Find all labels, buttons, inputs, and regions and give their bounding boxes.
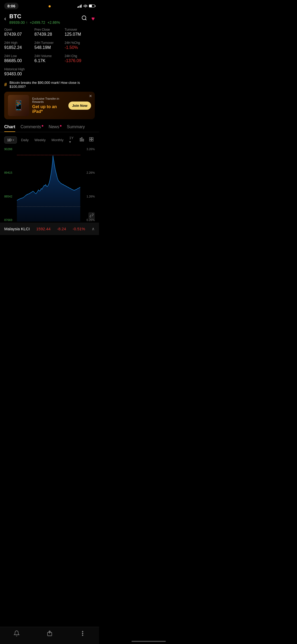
- coin-change-abs: +2499.72: [30, 20, 45, 25]
- ad-subtitle: Exclusive Transfer-in Rewards: [32, 97, 65, 103]
- search-icon[interactable]: [81, 15, 87, 22]
- status-icons: [77, 4, 95, 8]
- interval-dropdown[interactable]: 1D ▾: [4, 136, 17, 144]
- svg-rect-1: [80, 138, 81, 141]
- stats-row-1: Open 87439.07 Prev Close 87439.28 Turnov…: [4, 28, 95, 37]
- chart-area: 90288 89415 88542 87669 3.26% 2.26% 1.26…: [4, 148, 95, 222]
- svg-rect-4: [89, 137, 91, 139]
- time-btn-daily[interactable]: Daily: [20, 137, 30, 143]
- tab-summary[interactable]: Summary: [67, 122, 85, 132]
- ticker-change-abs: -8.24: [57, 227, 66, 231]
- y-label-4: 87669: [4, 218, 12, 222]
- y-pct-3: 1.26%: [87, 195, 95, 198]
- stat-24h-pct-chg-value: -1.50%: [65, 45, 93, 50]
- stat-24h-high: 24H High 91852.24: [4, 41, 34, 50]
- stat-24h-volume-label: 24H Volume: [34, 54, 62, 58]
- chart-svg-container[interactable]: [17, 148, 80, 222]
- chart-type-icon[interactable]: [78, 136, 85, 144]
- coin-symbol: BTC: [9, 13, 78, 20]
- wifi-icon: [83, 4, 87, 8]
- stats-row-2: 24H High 91852.24 24H Turnover 548.19M 2…: [4, 41, 95, 50]
- ad-title: Get up to an iPad*: [32, 104, 65, 114]
- status-dot: [49, 5, 51, 7]
- status-bar: 8:06: [0, 0, 99, 11]
- coin-price: 89939.00 ↑: [9, 20, 27, 25]
- time-btn-1y[interactable]: 1Y ▾: [68, 135, 76, 145]
- stat-historical-high: Historical High 93483.00: [4, 67, 95, 76]
- coin-info: BTC 89939.00 ↑ +2499.72 +2.86%: [9, 13, 78, 25]
- stat-prev-close: Prev Close 87439.28: [34, 28, 64, 37]
- stat-24h-volume-value: 6.17K: [34, 58, 62, 63]
- stat-24h-low-value: 86685.00: [4, 58, 32, 63]
- stat-24h-pct-chg-label: 24H %Chg: [65, 41, 93, 45]
- stat-open-value: 87439.07: [4, 32, 32, 37]
- coin-change-pct: +2.86%: [47, 20, 60, 25]
- signal-icon: [77, 4, 82, 8]
- stats-section: Open 87439.07 Prev Close 87439.28 Turnov…: [0, 28, 99, 76]
- ticker-expand-icon[interactable]: ∧: [92, 226, 95, 231]
- news-dot: [60, 125, 62, 127]
- stat-turnover-label: Turnover: [65, 28, 93, 31]
- stats-row-3: 24H Low 86685.00 24H Volume 6.17K 24H Ch…: [4, 54, 95, 63]
- stat-24h-high-label: 24H High: [4, 41, 32, 45]
- stat-24h-turnover: 24H Turnover 548.19M: [34, 41, 64, 50]
- price-chart-svg: [17, 148, 80, 222]
- svg-rect-3: [83, 139, 84, 141]
- stat-24h-chg-value: -1376.09: [65, 58, 93, 63]
- time-btn-monthly[interactable]: Monthly: [50, 137, 65, 143]
- ticker-name: Malaysia KLCI: [4, 227, 30, 231]
- chart-view-icon[interactable]: [88, 136, 95, 144]
- y-label-2: 89415: [4, 171, 12, 174]
- ad-content: Exclusive Transfer-in Rewards Get up to …: [32, 97, 65, 114]
- chart-controls: 1D ▾ Daily Weekly Monthly 1Y ▾: [0, 132, 99, 148]
- stat-24h-turnover-value: 548.19M: [34, 45, 62, 50]
- tab-chart[interactable]: Chart: [4, 122, 15, 132]
- y-label-3: 88542: [4, 195, 12, 198]
- svg-rect-7: [92, 140, 93, 141]
- time-display: 8:06: [4, 3, 18, 9]
- bottom-ticker[interactable]: Malaysia KLCI 1592.44 -8.24 -0.51% ∧: [0, 223, 99, 235]
- tab-news[interactable]: News: [49, 122, 62, 132]
- join-now-button[interactable]: Join Now: [68, 102, 91, 110]
- stat-prev-close-label: Prev Close: [34, 28, 62, 31]
- ad-banner: 📱 Exclusive Transfer-in Rewards Get up t…: [4, 92, 95, 119]
- stat-24h-pct-chg: 24H %Chg -1.50%: [65, 41, 95, 50]
- chart-dashed-line-top: [17, 155, 80, 155]
- stat-historical-high-label: Historical High: [4, 67, 93, 71]
- ad-close-button[interactable]: ✕: [89, 94, 92, 98]
- svg-rect-5: [92, 137, 93, 139]
- dropdown-arrow: ▾: [13, 139, 14, 141]
- stat-prev-close-value: 87439.28: [34, 32, 62, 37]
- battery-icon: [89, 4, 95, 7]
- coin-price-row: 89939.00 ↑ +2499.72 +2.86%: [9, 20, 78, 25]
- stat-turnover: Turnover 125.07M: [65, 28, 95, 37]
- stat-historical-high-value: 93483.00: [4, 72, 93, 76]
- chart-y-axis-left: 90288 89415 88542 87669: [4, 148, 12, 222]
- y-pct-1: 3.26%: [87, 148, 95, 151]
- time-btn-weekly[interactable]: Weekly: [33, 137, 47, 143]
- stat-24h-low: 24H Low 86685.00: [4, 54, 34, 63]
- favorite-icon[interactable]: ♥: [91, 15, 95, 22]
- tabs-bar: Chart Comments News Summary: [0, 122, 99, 132]
- chart-dashed-line-bottom: [17, 206, 80, 207]
- news-banner[interactable]: # Bitcoin breaks the $90,000 mark! How c…: [4, 81, 95, 89]
- back-button[interactable]: ‹: [4, 15, 6, 22]
- news-banner-text: Bitcoin breaks the $90,000 mark! How clo…: [10, 81, 95, 89]
- ticker-change-pct: -0.51%: [73, 227, 85, 231]
- stat-open: Open 87439.07: [4, 28, 34, 37]
- header: ‹ BTC 89939.00 ↑ +2499.72 +2.86% ♥: [0, 11, 99, 28]
- hash-icon: #: [4, 82, 7, 88]
- ad-image: 📱: [8, 95, 29, 116]
- stat-24h-chg-label: 24H Chg: [65, 54, 93, 58]
- comments-dot: [42, 125, 43, 127]
- stat-24h-high-value: 91852.24: [4, 45, 32, 50]
- svg-rect-6: [89, 140, 91, 141]
- chart-y-axis-right: 3.26% 2.26% 1.26% 0.26%: [87, 148, 95, 222]
- stat-24h-volume: 24H Volume 6.17K: [34, 54, 64, 63]
- svg-point-0: [82, 16, 86, 20]
- stat-24h-chg: 24H Chg -1376.09: [65, 54, 95, 63]
- interval-label: 1D: [7, 138, 12, 142]
- ticker-price: 1592.44: [36, 227, 50, 231]
- tab-comments[interactable]: Comments: [21, 122, 43, 132]
- header-actions: ♥: [81, 15, 95, 22]
